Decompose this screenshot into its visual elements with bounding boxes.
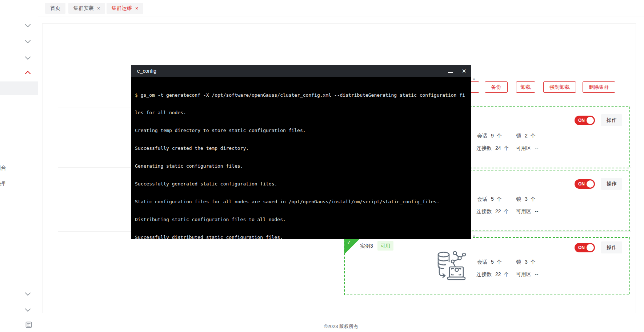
tab-close-icon[interactable]: × (97, 5, 100, 11)
instance-db-icon (436, 250, 468, 283)
tab-label: 集群安装 (73, 5, 94, 12)
stat-value: 9 (491, 133, 494, 139)
app-root: 制台 理 首页 集群安装 × 集群运维 × 集群名称 e 企业版 3.0.0 !… (0, 0, 644, 332)
stat-value: 3 (525, 196, 528, 203)
stat-label: 会话 (477, 133, 487, 139)
stat-value: -- (535, 208, 538, 215)
stat-value: 22 (495, 271, 501, 278)
terminal-line: Successfully generated static configurat… (135, 181, 468, 187)
terminal-line: Successfully distributed static configur… (135, 235, 468, 239)
stat-value: 3 (525, 259, 528, 265)
terminal-title: e_config (137, 68, 156, 74)
tab-cluster-install[interactable]: 集群安装 × (68, 3, 105, 14)
terminal-window[interactable]: e_config × $ gs_om -t generateconf -X /o… (131, 65, 471, 239)
status-badge: 可用 (377, 241, 393, 251)
instance-toggle[interactable]: ON (575, 179, 595, 189)
terminal-line: Successfully created the temp directory. (135, 145, 468, 151)
terminal-command: gs_om -t generateconf -X /opt/software/o… (141, 92, 465, 98)
instance-action-button[interactable]: 操作 (601, 178, 622, 190)
delete-cluster-button[interactable]: 删除集群 (583, 81, 615, 93)
close-icon[interactable]: × (462, 67, 466, 75)
scroll-up-icon[interactable]: ▲ (472, 77, 476, 80)
stat-label: 锁 (516, 133, 521, 139)
toggle-knob (587, 117, 594, 124)
sidebar-item-label[interactable]: 制台 (0, 165, 6, 172)
stat-unit: 个 (531, 133, 536, 139)
stat-label: 锁 (516, 196, 521, 203)
scroll-down-icon[interactable]: ▼ (472, 235, 476, 238)
instance-name: 实例3 (360, 243, 373, 249)
stat-unit: 个 (504, 208, 509, 215)
stat-label: 连接数 (476, 208, 492, 215)
toggle-label: ON (578, 245, 585, 250)
stat-label: 锁 (516, 259, 521, 265)
tab-cluster-ops[interactable]: 集群运维 × (107, 3, 143, 14)
terminal-line: les for all nodes. (135, 110, 468, 116)
uninstall-button[interactable]: 卸载 (516, 81, 535, 93)
stat-unit: 个 (531, 196, 536, 203)
stat-value: -- (535, 145, 538, 152)
toggle-knob (587, 244, 594, 251)
instance-toggle[interactable]: ON (575, 243, 595, 252)
stat-label: 会话 (477, 196, 487, 203)
instance-action-button[interactable]: 操作 (601, 241, 622, 253)
stat-value: 5 (491, 196, 494, 203)
stat-unit: 个 (531, 259, 536, 265)
sidebar-item-label[interactable]: 理 (0, 181, 5, 188)
tab-home[interactable]: 首页 (45, 3, 65, 14)
terminal-line: Distributing static configuration files … (135, 217, 468, 223)
chevron-down-icon[interactable] (25, 290, 31, 296)
terminal-line: Creating temp directory to store static … (135, 128, 468, 133)
force-uninstall-button[interactable]: 强制卸载 (543, 81, 576, 93)
tab-label: 首页 (50, 5, 60, 12)
terminal-output[interactable]: $ gs_om -t generateconf -X /opt/software… (131, 77, 471, 239)
instance-action-button[interactable]: 操作 (601, 114, 622, 126)
terminal-titlebar[interactable]: e_config × (131, 65, 471, 77)
stat-value: 2 (525, 133, 528, 139)
terminal-line: Generating static configuration files. (135, 163, 468, 169)
footer: ©2023 版权所有 (38, 323, 644, 330)
terminal-line: Static configuration files for all nodes… (135, 199, 468, 205)
sidebar: 制台 理 (0, 0, 38, 332)
stat-unit: 个 (497, 196, 502, 203)
chevron-down-icon[interactable] (25, 54, 31, 60)
stat-label: 连接数 (476, 271, 492, 278)
check-icon: ✓ (347, 239, 352, 245)
stat-unit: 个 (504, 145, 509, 152)
chevron-down-icon[interactable] (25, 22, 31, 28)
tab-close-icon[interactable]: × (135, 5, 138, 11)
stat-unit: 个 (497, 133, 502, 139)
stat-unit: 个 (497, 259, 502, 265)
terminal-prompt: $ (135, 92, 138, 98)
stat-label: 可用区 (516, 145, 531, 152)
stat-label: 连接数 (476, 145, 492, 152)
minimize-icon[interactable] (448, 72, 453, 73)
chevron-up-icon[interactable] (25, 71, 31, 77)
toggle-label: ON (578, 118, 585, 123)
sidebar-collapse-icon[interactable] (25, 321, 32, 329)
stat-value: 24 (495, 145, 501, 152)
stat-label: 会话 (477, 259, 487, 265)
chevron-down-icon[interactable] (25, 306, 31, 312)
toggle-label: ON (578, 181, 585, 187)
stat-value: 22 (495, 208, 501, 215)
tab-bar: 首页 集群安装 × 集群运维 × (38, 0, 644, 16)
stat-label: 可用区 (516, 271, 531, 278)
stat-label: 可用区 (516, 208, 531, 215)
toggle-knob (587, 180, 594, 188)
sidebar-item-selected[interactable] (0, 81, 38, 95)
backup-button[interactable]: 备份 (485, 81, 508, 93)
copyright-text: ©2023 版权所有 (324, 324, 358, 329)
instance-toggle[interactable]: ON (575, 116, 595, 125)
stat-value: 5 (491, 259, 494, 265)
instance-card: ✓ 实例3 可用 ON 操作 (344, 237, 630, 295)
stat-unit: 个 (504, 271, 509, 278)
chevron-down-icon[interactable] (25, 38, 31, 44)
stat-value: -- (535, 271, 538, 278)
tab-label: 集群运维 (112, 5, 132, 12)
